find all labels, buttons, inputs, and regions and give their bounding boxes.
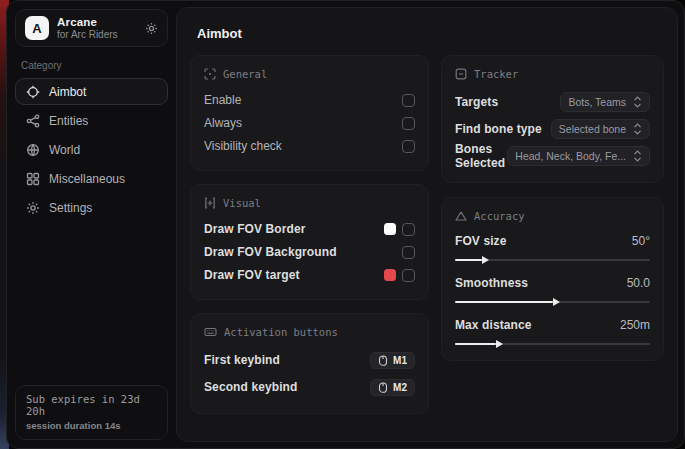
- setting-label: Max distance: [455, 318, 532, 332]
- category-label: Category: [21, 60, 162, 71]
- card-title: Visual: [223, 197, 261, 209]
- sidebar-item-entities[interactable]: Entities: [15, 107, 168, 134]
- app-subtitle: for Arc Riders: [57, 29, 118, 40]
- right-column: Tracker Targets Bots, Teams: [441, 55, 664, 414]
- left-column: General Enable Always Visibility check: [190, 55, 429, 414]
- plus-box-icon: [204, 197, 216, 209]
- slider-row-fov-size: FOV size 50°: [455, 231, 650, 261]
- screen: A Arcane for Arc Riders Category: [0, 0, 685, 449]
- find-bone-type-dropdown[interactable]: Selected bone: [551, 119, 650, 139]
- slider-fill: [455, 343, 496, 345]
- tracker-row-bone-type: Find bone type Selected bone: [455, 116, 650, 142]
- fov-size-slider[interactable]: [455, 259, 650, 261]
- first-keybind-button[interactable]: M1: [370, 352, 415, 369]
- unfold-icon: [633, 96, 642, 108]
- grid-icon: [26, 172, 40, 186]
- session-duration-text: session duration 14s: [26, 420, 157, 431]
- color-swatch[interactable]: [384, 223, 396, 235]
- dropdown-value: Bots, Teams: [568, 96, 626, 108]
- unfold-icon: [633, 150, 642, 162]
- app-logo: A: [25, 16, 49, 40]
- keybind-row-first: First keybind M1: [204, 347, 415, 373]
- fov-target-checkbox[interactable]: [402, 269, 415, 282]
- setting-label: Draw FOV Background: [204, 245, 337, 259]
- setting-row-always: Always: [204, 112, 415, 134]
- sidebar-item-world[interactable]: World: [15, 136, 168, 163]
- brand-card: A Arcane for Arc Riders: [15, 9, 168, 47]
- accuracy-card: Accuracy FOV size 50°: [441, 197, 664, 361]
- sidebar-item-settings[interactable]: Settings: [15, 194, 168, 221]
- dropdown-value: Selected bone: [559, 123, 626, 135]
- sidebar-item-label: Settings: [49, 201, 92, 215]
- fov-border-checkbox[interactable]: [402, 223, 415, 236]
- setting-label: Draw FOV Border: [204, 222, 306, 236]
- setting-label: Enable: [204, 93, 241, 107]
- setting-label: Second keybind: [204, 380, 297, 394]
- card-title: Accuracy: [474, 210, 525, 222]
- setting-row-fov-border: Draw FOV Border: [204, 218, 415, 240]
- card-title: Activation buttons: [224, 326, 338, 338]
- scan-icon: [204, 68, 216, 80]
- setting-label: Always: [204, 116, 242, 130]
- setting-label: Bones Selected: [455, 142, 507, 170]
- setting-label: Targets: [455, 95, 498, 109]
- brand-text: Arcane for Arc Riders: [57, 16, 118, 40]
- visibility-check-checkbox[interactable]: [402, 140, 415, 153]
- keybind-value: M1: [393, 355, 407, 366]
- setting-row-fov-target: Draw FOV target: [204, 264, 415, 286]
- triangle-icon: [455, 210, 467, 222]
- activation-card-header: Activation buttons: [204, 326, 415, 338]
- bones-selected-dropdown[interactable]: Head, Neck, Body, Fe...: [507, 146, 650, 166]
- gear-icon[interactable]: [145, 22, 158, 35]
- activation-card: Activation buttons First keybind M1: [190, 313, 429, 414]
- enable-checkbox[interactable]: [402, 94, 415, 107]
- sidebar-item-label: Aimbot: [49, 85, 86, 99]
- accuracy-card-header: Accuracy: [455, 210, 650, 222]
- setting-label: FOV size: [455, 234, 506, 248]
- tracker-card: Tracker Targets Bots, Teams: [441, 55, 664, 183]
- setting-row-visibility-check: Visibility check: [204, 135, 415, 157]
- slider-fill: [455, 301, 553, 303]
- main-panel: Aimbot General: [176, 7, 678, 442]
- keybind-value: M2: [393, 382, 407, 393]
- visual-card-header: Visual: [204, 197, 415, 209]
- tracker-card-header: Tracker: [455, 68, 650, 80]
- card-title: Tracker: [474, 68, 518, 80]
- slider-value: 250m: [620, 318, 650, 332]
- visual-card: Visual Draw FOV Border Draw FOV Backgrou…: [190, 184, 429, 300]
- max-distance-slider[interactable]: [455, 343, 650, 345]
- color-swatch[interactable]: [384, 269, 396, 281]
- fov-background-checkbox[interactable]: [402, 246, 415, 259]
- slider-value: 50°: [632, 234, 650, 248]
- slider-fill: [455, 259, 482, 261]
- setting-label: Find bone type: [455, 122, 542, 136]
- general-card: General Enable Always Visibility check: [190, 55, 429, 171]
- smoothness-slider[interactable]: [455, 301, 650, 303]
- unfold-icon: [633, 123, 642, 135]
- slider-row-smoothness: Smoothness 50.0: [455, 273, 650, 303]
- tracker-row-bones-selected: Bones Selected Head, Neck, Body, Fe...: [455, 143, 650, 169]
- sidebar-item-miscellaneous[interactable]: Miscellaneous: [15, 165, 168, 192]
- crosshair-icon: [26, 85, 40, 99]
- app-name: Arcane: [57, 16, 118, 28]
- category-nav: Aimbot Entities: [15, 78, 168, 223]
- setting-label: First keybind: [204, 353, 280, 367]
- gear-icon: [26, 201, 40, 215]
- setting-row-enable: Enable: [204, 89, 415, 111]
- minus-box-icon: [455, 68, 467, 80]
- globe-icon: [26, 143, 40, 157]
- sidebar-item-label: Miscellaneous: [49, 172, 125, 186]
- page-title: Aimbot: [197, 26, 666, 41]
- targets-dropdown[interactable]: Bots, Teams: [560, 92, 650, 112]
- app-window: A Arcane for Arc Riders Category: [6, 0, 685, 449]
- setting-label: Smoothness: [455, 276, 528, 290]
- second-keybind-button[interactable]: M2: [370, 379, 415, 396]
- always-checkbox[interactable]: [402, 117, 415, 130]
- setting-label: Visibility check: [204, 139, 282, 153]
- dropdown-value: Head, Neck, Body, Fe...: [515, 150, 626, 162]
- sidebar-item-label: Entities: [49, 114, 88, 128]
- setting-label: Draw FOV target: [204, 268, 300, 282]
- sidebar-item-aimbot[interactable]: Aimbot: [15, 78, 168, 105]
- sub-expiry-text: Sub expires in 23d 20h: [26, 393, 157, 417]
- card-title: General: [223, 68, 267, 80]
